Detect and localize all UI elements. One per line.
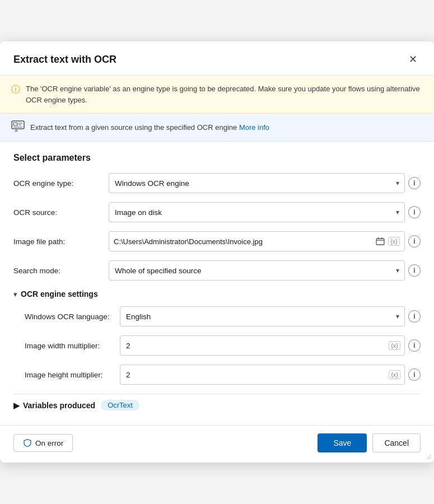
image-width-variable-badge[interactable]: {x} — [389, 341, 400, 350]
image-width-multiplier-row: Image width multiplier: {x} i — [25, 335, 421, 356]
image-file-path-input-box: C:\Users\Administrator\Documents\Invoice… — [109, 231, 405, 251]
variables-produced-label: Variables produced — [23, 401, 95, 410]
image-width-multiplier-label: Image width multiplier: — [25, 342, 120, 350]
warning-text: The 'OCR engine variable' as an engine t… — [26, 83, 423, 105]
save-button[interactable]: Save — [318, 433, 367, 452]
dialog-footer: On error Save Cancel — [0, 425, 434, 463]
image-width-multiplier-control: {x} i — [120, 335, 421, 356]
dialog-header: Extract text with OCR ✕ — [0, 41, 434, 76]
svg-rect-7 — [376, 239, 384, 245]
windows-ocr-language-label: Windows OCR language: — [25, 312, 120, 321]
dialog: Extract text with OCR ✕ ⓘ The 'OCR engin… — [0, 41, 434, 463]
ocr-text-chip: OcrText — [101, 400, 139, 410]
ocr-engine-type-label: OCR engine type: — [13, 179, 109, 188]
image-height-multiplier-input[interactable] — [120, 365, 405, 385]
image-file-path-row: Image file path: C:\Users\Administrator\… — [13, 231, 421, 251]
search-mode-select-wrapper: Whole of specified source Specific subre… — [109, 260, 405, 281]
ocr-settings-title: OCR engine settings — [21, 290, 98, 298]
more-info-link[interactable]: More info — [239, 123, 269, 132]
svg-rect-1 — [13, 123, 17, 125]
on-error-button[interactable]: On error — [13, 434, 73, 452]
cancel-button[interactable]: Cancel — [372, 433, 421, 452]
windows-ocr-language-select[interactable]: English French German Spanish Chinese (S… — [120, 306, 405, 326]
file-icons: {x} — [375, 236, 400, 247]
image-height-multiplier-info-button[interactable]: i — [408, 368, 421, 381]
ocr-settings-params: Windows OCR language: English French Ger… — [13, 306, 421, 385]
ocr-source-select-wrapper: Image on disk Screenshot Foreground wind… — [109, 202, 405, 222]
search-mode-info-button[interactable]: i — [408, 264, 421, 277]
ocr-source-row: OCR source: Image on disk Screenshot For… — [13, 202, 421, 222]
section-title: Select parameters — [13, 153, 421, 163]
ocr-engine-type-control: Windows OCR engine Tesseract engine OCR … — [109, 173, 421, 193]
ocr-icon — [11, 120, 25, 134]
ocr-engine-type-row: OCR engine type: Windows OCR engine Tess… — [13, 173, 421, 193]
image-height-multiplier-input-wrapper: {x} — [120, 365, 405, 385]
image-width-multiplier-info-button[interactable]: i — [408, 339, 421, 352]
image-height-multiplier-label: Image height multiplier: — [25, 371, 120, 379]
resize-handle: ⊿ — [426, 452, 432, 460]
info-banner-text: Extract text from a given source using t… — [30, 123, 269, 132]
dialog-title: Extract text with OCR — [13, 54, 116, 66]
windows-ocr-language-info-button[interactable]: i — [408, 310, 421, 323]
variables-produced-row: ▶ Variables produced OcrText — [13, 394, 421, 410]
ocr-source-info-button[interactable]: i — [408, 206, 421, 218]
image-file-path-control: C:\Users\Administrator\Documents\Invoice… — [109, 231, 421, 251]
on-error-label: On error — [35, 439, 63, 447]
search-mode-control: Whole of specified source Specific subre… — [109, 260, 421, 281]
image-file-path-info-button[interactable]: i — [408, 235, 421, 248]
ocr-engine-type-select[interactable]: Windows OCR engine Tesseract engine OCR … — [109, 173, 405, 193]
warning-icon: ⓘ — [11, 84, 20, 96]
dialog-body: Select parameters OCR engine type: Windo… — [0, 142, 434, 421]
image-file-path-label: Image file path: — [13, 237, 109, 246]
search-mode-select[interactable]: Whole of specified source Specific subre… — [109, 260, 405, 281]
search-mode-label: Search mode: — [13, 267, 109, 275]
windows-ocr-language-control: English French German Spanish Chinese (S… — [120, 306, 421, 326]
variables-expand-button[interactable]: ▶ Variables produced — [13, 401, 95, 410]
file-variable-button[interactable]: {x} — [388, 237, 400, 246]
ocr-settings-collapse-button[interactable]: ▾ — [13, 290, 17, 298]
variables-expand-icon: ▶ — [13, 401, 20, 410]
windows-ocr-language-row: Windows OCR language: English French Ger… — [25, 306, 421, 326]
ocr-engine-type-info-button[interactable]: i — [408, 177, 421, 189]
image-file-path-value: C:\Users\Administrator\Documents\Invoice… — [114, 237, 371, 246]
warning-banner: ⓘ The 'OCR engine variable' as an engine… — [0, 76, 434, 114]
ocr-source-label: OCR source: — [13, 208, 109, 217]
image-width-multiplier-input[interactable] — [120, 335, 405, 356]
footer-actions: Save Cancel — [318, 433, 421, 452]
file-browse-button[interactable] — [375, 236, 386, 247]
ocr-source-select[interactable]: Image on disk Screenshot Foreground wind… — [109, 202, 405, 222]
close-button[interactable]: ✕ — [405, 52, 421, 67]
info-banner: Extract text from a given source using t… — [0, 114, 434, 142]
ocr-source-control: Image on disk Screenshot Foreground wind… — [109, 202, 421, 222]
image-height-variable-badge[interactable]: {x} — [389, 370, 400, 379]
image-height-multiplier-control: {x} i — [120, 365, 421, 385]
windows-ocr-language-select-wrapper: English French German Spanish Chinese (S… — [120, 306, 405, 326]
search-mode-row: Search mode: Whole of specified source S… — [13, 260, 421, 281]
shield-icon — [23, 438, 32, 447]
image-height-multiplier-row: Image height multiplier: {x} i — [25, 365, 421, 385]
ocr-engine-type-select-wrapper: Windows OCR engine Tesseract engine OCR … — [109, 173, 405, 193]
ocr-settings-header: ▾ OCR engine settings — [13, 290, 421, 298]
image-width-multiplier-input-wrapper: {x} — [120, 335, 405, 356]
